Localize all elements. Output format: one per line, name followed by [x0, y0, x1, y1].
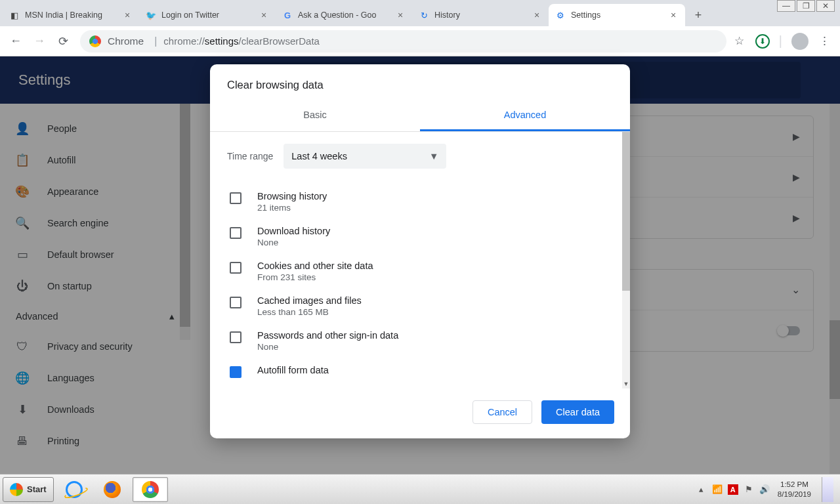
tab-history[interactable]: ↻ History × [412, 4, 549, 26]
checkbox-title: Cookies and other site data [257, 261, 373, 271]
window-close[interactable]: ✕ [816, 0, 835, 12]
checkbox-subtitle: 21 items [257, 203, 327, 213]
tab-title: Ask a Question - Goo [298, 10, 395, 20]
downloads-icon[interactable]: ⬇ [755, 34, 770, 49]
checkbox-title: Download history [257, 226, 330, 236]
scrollbar-thumb[interactable] [622, 132, 630, 291]
clock-date: 8/19/2019 [778, 490, 811, 499]
url-text: chrome://settings/clearBrowserData [163, 35, 320, 47]
omnibox-scheme-label: Chrome [108, 35, 144, 47]
taskbar-clock[interactable]: 1:52 PM 8/19/2019 [775, 480, 814, 499]
taskbar-app-chrome[interactable] [133, 477, 168, 502]
ie-icon [66, 481, 83, 498]
taskbar-app-ie[interactable] [56, 477, 92, 502]
tab-close-icon[interactable]: × [259, 10, 269, 20]
clock-time: 1:52 PM [778, 480, 811, 489]
browser-toolbar: ← → ⟳ Chrome | chrome://settings/clearBr… [0, 26, 840, 56]
dialog-title: Clear browsing data [210, 64, 630, 100]
tab-twitter[interactable]: 🐦 Login on Twitter × [139, 4, 276, 26]
start-button[interactable]: Start [3, 477, 54, 502]
tab-settings[interactable]: ⚙ Settings × [549, 4, 685, 26]
tab-close-icon[interactable]: × [395, 10, 406, 20]
browser-tabstrip: ◧ MSN India | Breaking × 🐦 Login on Twit… [0, 0, 840, 26]
dialog-tabs: Basic Advanced [210, 100, 630, 132]
dialog-tab-basic[interactable]: Basic [210, 100, 420, 131]
show-desktop-button[interactable] [822, 477, 833, 502]
checkbox-row-cached-images[interactable]: Cached images and filesLess than 165 MB [227, 289, 613, 324]
tab-title: MSN India | Breaking [25, 10, 122, 20]
dialog-actions: Cancel Clear data [210, 388, 630, 438]
volume-icon[interactable]: 🔊 [759, 484, 770, 495]
bookmark-star-icon[interactable]: ☆ [733, 35, 746, 48]
checkbox-row-passwords[interactable]: Passwords and other sign-in dataNone [227, 324, 613, 358]
checkbox-row-browsing-history[interactable]: Browsing history21 items [227, 184, 613, 219]
forward-button[interactable]: → [29, 31, 50, 52]
windows-logo-icon [10, 483, 23, 496]
checkbox[interactable] [230, 297, 242, 308]
checkbox-title: Passwords and other sign-in data [257, 330, 398, 341]
tab-google[interactable]: G Ask a Question - Goo × [276, 4, 412, 26]
dialog-tab-advanced[interactable]: Advanced [420, 100, 630, 131]
gear-icon: ⚙ [555, 10, 566, 20]
scroll-down-arrow[interactable]: ▼ [622, 379, 630, 388]
wifi-icon[interactable]: 📶 [712, 484, 723, 495]
tab-close-icon[interactable]: × [532, 10, 542, 20]
checkbox-row-download-history[interactable]: Download historyNone [227, 219, 613, 254]
tab-title: Login on Twitter [161, 10, 259, 20]
favicon-twitter: 🐦 [146, 10, 156, 20]
tab-msn[interactable]: ◧ MSN India | Breaking × [3, 4, 139, 26]
checkbox-title: Browsing history [257, 191, 327, 201]
checkbox-subtitle: None [257, 238, 330, 247]
system-tray: ▴ 📶 A ⚑ 🔊 1:52 PM 8/19/2019 [696, 477, 837, 502]
chrome-icon [142, 481, 159, 498]
checkbox-title: Cached images and files [257, 295, 362, 306]
tab-close-icon[interactable]: × [668, 10, 679, 20]
tab-close-icon[interactable]: × [122, 10, 133, 20]
clear-browsing-data-dialog: Clear browsing data Basic Advanced Time … [210, 64, 630, 438]
address-bar[interactable]: Chrome | chrome://settings/clearBrowserD… [80, 30, 726, 52]
cancel-button[interactable]: Cancel [472, 400, 532, 424]
checkbox-subtitle: From 231 sites [257, 272, 373, 282]
chrome-icon [89, 35, 101, 47]
tab-title: Settings [571, 10, 668, 20]
time-range-select[interactable]: Last 4 weeks ▼ [284, 144, 446, 169]
tray-overflow-icon[interactable]: ▴ [696, 484, 707, 495]
dialog-scrollbar[interactable]: ▼ [622, 132, 630, 388]
windows-taskbar: Start ▴ 📶 A ⚑ 🔊 1:52 PM 8/19/2019 [0, 474, 840, 504]
reload-button[interactable]: ⟳ [52, 31, 74, 52]
dialog-body: Time range Last 4 weeks ▼ Browsing histo… [210, 132, 630, 388]
checkbox-title: Autofill form data [257, 365, 329, 375]
checkbox[interactable] [230, 366, 242, 378]
checkbox[interactable] [230, 227, 242, 239]
taskbar-app-firefox[interactable] [94, 477, 130, 502]
favicon-history: ↻ [419, 10, 429, 20]
profile-avatar[interactable] [791, 33, 808, 50]
action-center-icon[interactable]: ⚑ [744, 484, 754, 495]
clear-data-button[interactable]: Clear data [541, 400, 614, 424]
dropdown-arrow-icon: ▼ [429, 151, 438, 161]
checkbox-row-autofill[interactable]: Autofill form data [227, 358, 613, 385]
new-tab-button[interactable]: + [689, 6, 707, 24]
checkbox-row-cookies[interactable]: Cookies and other site dataFrom 231 site… [227, 254, 613, 289]
omnibox-separator: | [154, 35, 157, 47]
time-range-label: Time range [227, 151, 273, 161]
checkbox[interactable] [230, 262, 242, 274]
window-maximize[interactable]: ❐ [797, 0, 815, 12]
checkbox-subtitle: None [257, 342, 398, 352]
back-button[interactable]: ← [5, 31, 26, 52]
toolbar-divider: | [779, 33, 782, 49]
checkbox-subtitle: Less than 165 MB [257, 307, 362, 317]
menu-icon[interactable]: ⋮ [818, 35, 831, 48]
firefox-icon [104, 481, 121, 498]
favicon-msn: ◧ [9, 10, 20, 20]
favicon-google: G [282, 10, 293, 20]
tab-title: History [434, 10, 532, 20]
start-label: Start [27, 484, 47, 494]
checkbox[interactable] [230, 192, 242, 204]
checkbox[interactable] [230, 331, 242, 343]
time-range-value: Last 4 weeks [291, 151, 347, 161]
antivirus-icon[interactable]: A [728, 484, 738, 495]
window-minimize[interactable]: — [777, 0, 795, 12]
